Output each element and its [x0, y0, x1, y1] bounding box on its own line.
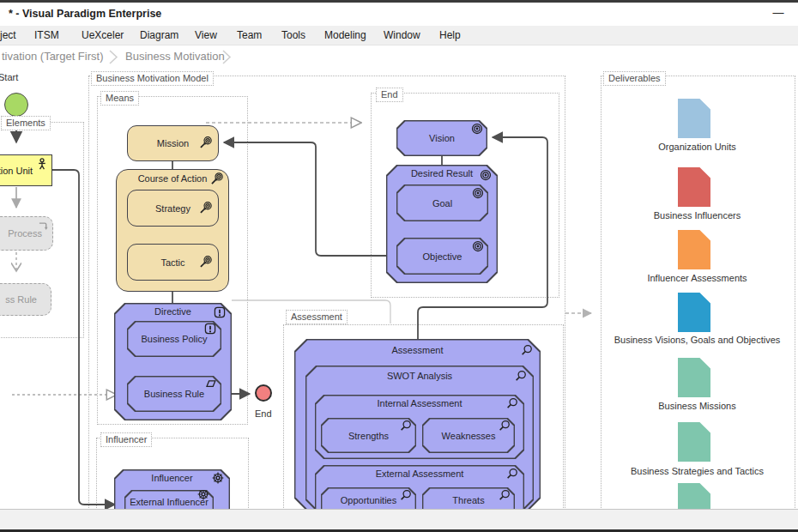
chevron-right-icon	[221, 50, 232, 64]
goal-icon	[200, 201, 212, 213]
node-organization-unit-label: tion Unit	[0, 166, 33, 176]
bullseye-icon	[471, 123, 483, 135]
subprocess-icon	[37, 220, 49, 232]
deliverable-doc-business-visions[interactable]	[678, 293, 710, 332]
node-business-rule[interactable]: Business Rule	[127, 376, 221, 412]
node-goal[interactable]: Goal	[396, 184, 488, 221]
title-bar: * - Visual Paradigm Enterprise —	[0, 3, 798, 26]
deliverable-label: Business Visions, Goals and Objectives	[601, 335, 794, 345]
menu-item-project[interactable]: ject	[0, 26, 16, 45]
node-strategy[interactable]: Strategy	[127, 190, 219, 227]
node-rule[interactable]: ss Rule	[0, 283, 51, 316]
person-icon	[36, 158, 48, 170]
bullseye-icon	[472, 187, 484, 199]
start-label: Start	[0, 72, 18, 82]
goal-icon	[200, 255, 212, 267]
goal-icon	[200, 136, 212, 148]
node-organization-unit[interactable]: tion Unit	[0, 154, 52, 186]
breadcrumb: tivation (Target First) Business Motivat…	[0, 45, 798, 70]
magnifier-icon	[521, 344, 533, 356]
node-external-influencer[interactable]: External Influencer	[124, 490, 214, 509]
exclamation-icon	[204, 323, 216, 335]
menu-item-view[interactable]: View	[195, 26, 217, 45]
goal-icon	[211, 172, 223, 184]
magnifier-icon	[499, 489, 511, 501]
helm-wheel-icon	[212, 472, 224, 484]
breadcrumb-item-current[interactable]: Business Motivation	[125, 45, 225, 68]
container-influencer-label: Influencer	[100, 432, 152, 447]
menu-item-tools[interactable]: Tools	[281, 26, 305, 45]
node-business-policy[interactable]: Business Policy	[127, 321, 221, 357]
container-means-label: Means	[100, 91, 139, 106]
menu-item-window[interactable]: Window	[384, 26, 420, 45]
node-process[interactable]: Process	[0, 216, 53, 251]
breadcrumb-item-parent[interactable]: tivation (Target First)	[2, 45, 103, 68]
parallelogram-icon	[204, 378, 216, 390]
deliverable-doc-influencer-assessments[interactable]	[678, 230, 710, 269]
node-mission[interactable]: Mission	[127, 125, 219, 161]
deliverable-doc-business-missions[interactable]	[678, 358, 710, 397]
node-tactic[interactable]: Tactic	[127, 244, 219, 281]
container-deliverables-label: Deliverables	[603, 71, 666, 86]
container-elements-label: Elements	[1, 116, 51, 130]
menu-item-itsm[interactable]: ITSM	[34, 26, 59, 45]
menu-bar: ject ITSM UeXceler Diagram View Team Too…	[0, 26, 798, 45]
deliverable-label: Business Missions	[601, 401, 794, 411]
exclamation-icon	[214, 306, 226, 318]
menu-item-uexceler[interactable]: UeXceler	[82, 26, 124, 45]
node-strengths[interactable]: Strengths	[321, 418, 416, 453]
node-objective[interactable]: Objective	[396, 238, 488, 275]
window-title: * - Visual Paradigm Enterprise	[9, 8, 161, 20]
diagram-canvas[interactable]: Elements Business Motivation Model Means…	[0, 69, 798, 509]
deliverable-label: Business Influencers	[601, 210, 794, 221]
container-assessment-label: Assessment	[286, 310, 348, 324]
magnifier-icon	[499, 420, 511, 432]
deliverable-label: Business Strategies and Tactics	[601, 466, 794, 476]
status-bar	[0, 509, 798, 530]
start-node[interactable]	[4, 93, 28, 117]
deliverable-label: Organization Units	[601, 142, 794, 152]
container-end-label: End	[376, 88, 403, 102]
magnifier-icon	[515, 370, 527, 382]
deliverable-doc-business-influencers[interactable]	[678, 167, 710, 207]
end-node[interactable]	[255, 384, 272, 402]
node-threats[interactable]: Threats	[422, 487, 515, 509]
magnifier-icon	[400, 489, 412, 501]
end-node-label: End	[255, 408, 272, 419]
chevron-right-icon	[108, 50, 118, 64]
node-vision[interactable]: Vision	[396, 120, 487, 156]
bullseye-icon	[472, 240, 484, 252]
node-swot-label: SWOT Analysis	[305, 371, 534, 381]
menu-item-diagram[interactable]: Diagram	[140, 26, 178, 45]
deliverable-label: Influencer Assessments	[601, 273, 794, 283]
node-rule-label: ss Rule	[5, 294, 37, 305]
menu-item-modeling[interactable]: Modeling	[324, 26, 366, 45]
node-assessment-label: Assessment	[294, 345, 541, 355]
deliverable-doc-organization-units[interactable]	[678, 99, 710, 138]
magnifier-icon	[400, 420, 412, 432]
node-external-assessment-label: External Assessment	[315, 469, 524, 479]
minimize-button[interactable]: —	[769, 4, 788, 21]
deliverable-doc-business-strategies[interactable]	[678, 422, 710, 462]
deliverable-doc-partial[interactable]	[678, 483, 710, 509]
magnifier-icon	[506, 397, 518, 409]
node-opportunities[interactable]: Opportunities	[321, 487, 416, 509]
node-internal-assessment-label: Internal Assessment	[315, 398, 524, 408]
menu-item-team[interactable]: Team	[237, 26, 262, 45]
menu-item-help[interactable]: Help	[439, 26, 461, 45]
magnifier-icon	[506, 468, 518, 480]
node-weaknesses[interactable]: Weaknesses	[422, 418, 515, 453]
container-bmm-label: Business Motivation Model	[91, 71, 214, 86]
bullseye-icon	[480, 169, 492, 181]
